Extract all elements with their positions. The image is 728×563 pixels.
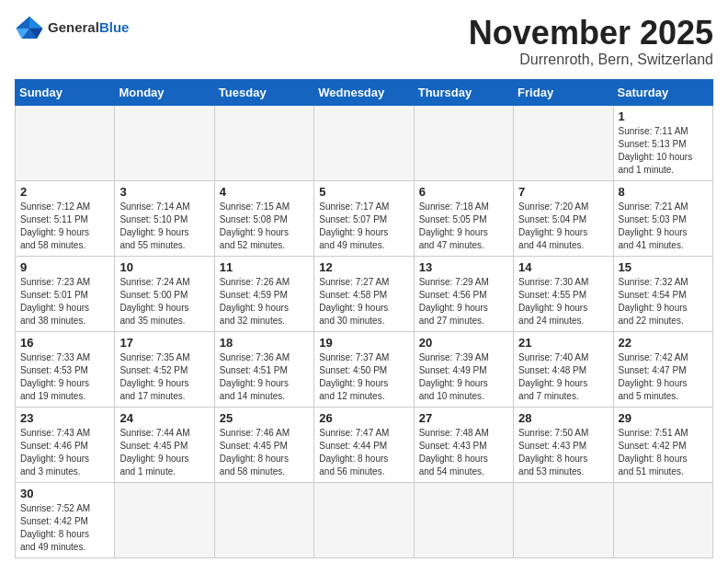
table-row xyxy=(613,482,712,557)
day-info: Sunrise: 7:40 AMSunset: 4:48 PMDaylight:… xyxy=(518,351,608,403)
day-number: 7 xyxy=(518,185,608,199)
table-row: 27Sunrise: 7:48 AMSunset: 4:43 PMDayligh… xyxy=(414,407,513,482)
day-info: Sunrise: 7:17 AMSunset: 5:07 PMDaylight:… xyxy=(319,201,408,252)
day-info: Sunrise: 7:21 AMSunset: 5:03 PMDaylight:… xyxy=(619,201,708,252)
day-info: Sunrise: 7:43 AMSunset: 4:46 PMDaylight:… xyxy=(20,427,109,478)
day-info: Sunrise: 7:42 AMSunset: 4:47 PMDaylight:… xyxy=(619,351,708,403)
day-number: 14 xyxy=(518,260,608,274)
header-monday: Monday xyxy=(115,79,214,105)
table-row xyxy=(214,482,313,557)
calendar-row: 30Sunrise: 7:52 AMSunset: 4:42 PMDayligh… xyxy=(16,482,713,557)
table-row xyxy=(414,482,513,557)
day-info: Sunrise: 7:39 AMSunset: 4:49 PMDaylight:… xyxy=(419,351,508,403)
svg-marker-1 xyxy=(29,17,42,29)
day-info: Sunrise: 7:36 AMSunset: 4:51 PMDaylight:… xyxy=(220,351,309,403)
table-row: 24Sunrise: 7:44 AMSunset: 4:45 PMDayligh… xyxy=(115,407,214,482)
table-row: 10Sunrise: 7:24 AMSunset: 5:00 PMDayligh… xyxy=(115,256,214,331)
day-info: Sunrise: 7:50 AMSunset: 4:43 PMDaylight:… xyxy=(518,427,608,478)
day-info: Sunrise: 7:26 AMSunset: 4:59 PMDaylight:… xyxy=(220,276,309,327)
table-row: 23Sunrise: 7:43 AMSunset: 4:46 PMDayligh… xyxy=(16,407,115,482)
page-header: GeneralBlue November 2025 Durrenroth, Be… xyxy=(15,15,713,68)
day-number: 4 xyxy=(220,185,309,199)
table-row: 22Sunrise: 7:42 AMSunset: 4:47 PMDayligh… xyxy=(613,331,712,407)
day-number: 9 xyxy=(20,260,109,274)
day-number: 19 xyxy=(319,336,408,350)
table-row: 29Sunrise: 7:51 AMSunset: 4:42 PMDayligh… xyxy=(613,407,712,482)
day-info: Sunrise: 7:44 AMSunset: 4:45 PMDaylight:… xyxy=(119,427,209,478)
month-title: November 2025 xyxy=(469,15,713,52)
day-info: Sunrise: 7:35 AMSunset: 4:52 PMDaylight:… xyxy=(119,351,209,403)
calendar-row: 16Sunrise: 7:33 AMSunset: 4:53 PMDayligh… xyxy=(16,331,713,407)
table-row: 19Sunrise: 7:37 AMSunset: 4:50 PMDayligh… xyxy=(314,331,414,407)
day-info: Sunrise: 7:33 AMSunset: 4:53 PMDaylight:… xyxy=(20,351,109,403)
logo: GeneralBlue xyxy=(15,15,129,40)
day-number: 10 xyxy=(119,260,209,274)
table-row xyxy=(16,105,115,180)
header-thursday: Thursday xyxy=(414,79,513,105)
day-info: Sunrise: 7:20 AMSunset: 5:04 PMDaylight:… xyxy=(518,201,608,252)
day-number: 13 xyxy=(419,260,508,274)
header-saturday: Saturday xyxy=(613,79,712,105)
day-number: 15 xyxy=(619,260,708,274)
table-row: 25Sunrise: 7:46 AMSunset: 4:45 PMDayligh… xyxy=(214,407,313,482)
day-number: 22 xyxy=(619,336,708,350)
logo-icon xyxy=(15,15,44,40)
table-row xyxy=(414,105,513,180)
table-row: 17Sunrise: 7:35 AMSunset: 4:52 PMDayligh… xyxy=(115,331,214,407)
table-row xyxy=(214,105,313,180)
day-info: Sunrise: 7:14 AMSunset: 5:10 PMDaylight:… xyxy=(119,201,209,252)
table-row: 15Sunrise: 7:32 AMSunset: 4:54 PMDayligh… xyxy=(613,256,712,331)
table-row xyxy=(314,482,414,557)
table-row: 12Sunrise: 7:27 AMSunset: 4:58 PMDayligh… xyxy=(314,256,414,331)
table-row: 3Sunrise: 7:14 AMSunset: 5:10 PMDaylight… xyxy=(115,180,214,256)
table-row xyxy=(514,482,613,557)
day-number: 27 xyxy=(419,411,508,425)
table-row: 20Sunrise: 7:39 AMSunset: 4:49 PMDayligh… xyxy=(414,331,513,407)
day-info: Sunrise: 7:32 AMSunset: 4:54 PMDaylight:… xyxy=(619,276,708,327)
table-row: 1Sunrise: 7:11 AMSunset: 5:13 PMDaylight… xyxy=(613,105,712,180)
day-number: 11 xyxy=(220,260,309,274)
table-row: 21Sunrise: 7:40 AMSunset: 4:48 PMDayligh… xyxy=(514,331,613,407)
table-row: 13Sunrise: 7:29 AMSunset: 4:56 PMDayligh… xyxy=(414,256,513,331)
day-number: 12 xyxy=(319,260,408,274)
day-info: Sunrise: 7:29 AMSunset: 4:56 PMDaylight:… xyxy=(419,276,508,327)
day-info: Sunrise: 7:11 AMSunset: 5:13 PMDaylight:… xyxy=(619,125,708,177)
day-number: 28 xyxy=(518,411,608,425)
table-row: 5Sunrise: 7:17 AMSunset: 5:07 PMDaylight… xyxy=(314,180,414,256)
day-number: 26 xyxy=(319,411,408,425)
calendar-row: 2Sunrise: 7:12 AMSunset: 5:11 PMDaylight… xyxy=(16,180,713,256)
table-row: 6Sunrise: 7:18 AMSunset: 5:05 PMDaylight… xyxy=(414,180,513,256)
location-title: Durrenroth, Bern, Switzerland xyxy=(469,52,713,68)
header-tuesday: Tuesday xyxy=(214,79,313,105)
title-section: November 2025 Durrenroth, Bern, Switzerl… xyxy=(469,15,713,68)
day-number: 24 xyxy=(119,411,209,425)
header-sunday: Sunday xyxy=(16,79,115,105)
table-row: 8Sunrise: 7:21 AMSunset: 5:03 PMDaylight… xyxy=(613,180,712,256)
day-number: 30 xyxy=(20,487,109,500)
day-number: 23 xyxy=(20,411,109,425)
logo-text: GeneralBlue xyxy=(48,20,129,36)
day-info: Sunrise: 7:27 AMSunset: 4:58 PMDaylight:… xyxy=(319,276,408,327)
day-info: Sunrise: 7:46 AMSunset: 4:45 PMDaylight:… xyxy=(220,427,309,478)
day-number: 2 xyxy=(20,185,109,199)
day-info: Sunrise: 7:37 AMSunset: 4:50 PMDaylight:… xyxy=(319,351,408,403)
day-info: Sunrise: 7:48 AMSunset: 4:43 PMDaylight:… xyxy=(419,427,508,478)
day-info: Sunrise: 7:24 AMSunset: 5:00 PMDaylight:… xyxy=(119,276,209,327)
day-number: 25 xyxy=(220,411,309,425)
table-row xyxy=(514,105,613,180)
table-row: 26Sunrise: 7:47 AMSunset: 4:44 PMDayligh… xyxy=(314,407,414,482)
table-row: 16Sunrise: 7:33 AMSunset: 4:53 PMDayligh… xyxy=(16,331,115,407)
table-row: 28Sunrise: 7:50 AMSunset: 4:43 PMDayligh… xyxy=(514,407,613,482)
table-row xyxy=(314,105,414,180)
day-number: 1 xyxy=(619,109,708,123)
day-number: 29 xyxy=(619,411,708,425)
table-row: 9Sunrise: 7:23 AMSunset: 5:01 PMDaylight… xyxy=(16,256,115,331)
calendar-table: Sunday Monday Tuesday Wednesday Thursday… xyxy=(15,79,713,558)
day-info: Sunrise: 7:23 AMSunset: 5:01 PMDaylight:… xyxy=(20,276,109,327)
svg-marker-4 xyxy=(17,17,29,29)
day-info: Sunrise: 7:12 AMSunset: 5:11 PMDaylight:… xyxy=(20,201,109,252)
table-row: 30Sunrise: 7:52 AMSunset: 4:42 PMDayligh… xyxy=(16,482,115,557)
table-row: 7Sunrise: 7:20 AMSunset: 5:04 PMDaylight… xyxy=(514,180,613,256)
day-info: Sunrise: 7:52 AMSunset: 4:42 PMDaylight:… xyxy=(20,502,109,554)
table-row: 14Sunrise: 7:30 AMSunset: 4:55 PMDayligh… xyxy=(514,256,613,331)
